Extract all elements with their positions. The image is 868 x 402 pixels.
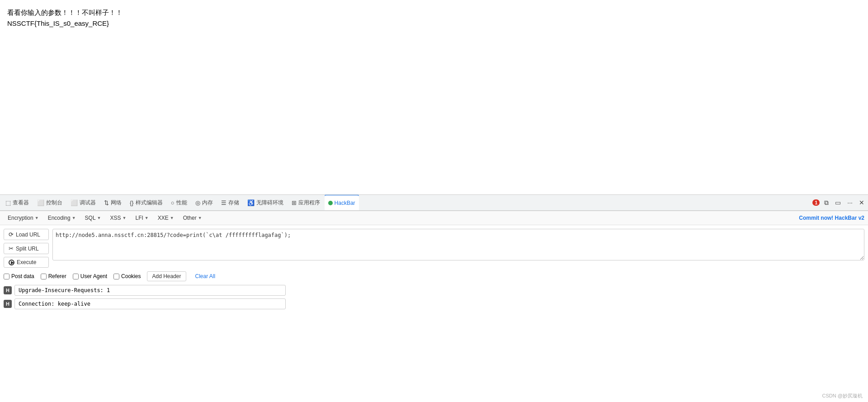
hackbar-checkboxes: Post data Referer User Agent Cookies Add…	[4, 271, 864, 281]
debugger-icon: ⬜	[71, 199, 78, 206]
copy-button[interactable]: ⧉	[822, 197, 830, 208]
encryption-label: Encryption	[8, 215, 33, 221]
tab-applications[interactable]: ⊞ 应用程序	[288, 194, 324, 211]
tab-applications-label: 应用程序	[298, 199, 320, 207]
xxe-arrow: ▼	[170, 216, 174, 220]
applications-icon: ⊞	[292, 199, 297, 206]
accessibility-icon: ♿	[247, 199, 255, 206]
encoding-label: Encoding	[48, 215, 71, 221]
tab-hackbar-label: HackBar	[335, 200, 355, 206]
hackbar-body: ⟳ Load URL ✂ Split URL Execute http://no…	[0, 225, 868, 271]
header-row-2: H	[4, 298, 864, 309]
encryption-menu[interactable]: Encryption ▼	[4, 213, 43, 223]
tab-inspector-label: 查看器	[13, 199, 29, 207]
console-icon: ⬜	[37, 199, 44, 206]
load-url-icon: ⟳	[9, 231, 14, 238]
header-badge-2: H	[4, 300, 12, 308]
header-input-2[interactable]	[14, 298, 286, 309]
tab-memory-label: 内存	[202, 199, 213, 207]
post-data-checkbox-label[interactable]: Post data	[4, 273, 34, 279]
tab-performance-label: 性能	[176, 199, 187, 207]
split-url-label: Split URL	[16, 246, 39, 252]
more-button[interactable]: ···	[845, 197, 854, 208]
cookies-label: Cookies	[121, 273, 141, 279]
url-input[interactable]: http://node5.anna.nssctf.cn:28815/?code=…	[52, 229, 864, 260]
tab-debugger-label: 调试器	[80, 199, 96, 207]
inspector-icon: ⬚	[5, 199, 11, 206]
tab-accessibility[interactable]: ♿ 无障碍环境	[244, 194, 287, 211]
tab-accessibility-label: 无障碍环境	[256, 199, 283, 207]
tab-storage[interactable]: ☰ 存储	[217, 194, 243, 211]
execute-label: Execute	[17, 259, 36, 265]
tab-memory[interactable]: ◎ 内存	[192, 194, 217, 211]
resize-button[interactable]: ▭	[833, 197, 843, 208]
performance-icon: ○	[171, 199, 175, 206]
tab-inspector[interactable]: ⬚ 查看器	[2, 194, 33, 211]
encoding-menu[interactable]: Encoding ▼	[44, 213, 80, 223]
tab-performance[interactable]: ○ 性能	[167, 194, 191, 211]
post-data-checkbox[interactable]	[4, 274, 9, 279]
style-editor-icon: {}	[130, 199, 134, 206]
memory-icon: ◎	[195, 199, 200, 206]
referer-label: Referer	[48, 273, 66, 279]
sql-label: SQL	[85, 215, 96, 221]
hackbar-post-area: Post data Referer User Agent Cookies Add…	[0, 271, 868, 316]
close-button[interactable]: ✕	[857, 197, 866, 208]
add-header-button[interactable]: Add Header	[147, 271, 186, 281]
xss-menu[interactable]: XSS ▼	[106, 213, 131, 223]
cookies-checkbox-label[interactable]: Cookies	[113, 273, 141, 279]
response-line1: 看看你输入的参数！！！不叫样子！！	[7, 7, 861, 18]
clear-all-button[interactable]: Clear All	[193, 272, 218, 281]
other-label: Other	[183, 215, 197, 221]
user-agent-checkbox-label[interactable]: User Agent	[73, 273, 107, 279]
sql-arrow: ▼	[97, 216, 101, 220]
load-url-label: Load URL	[16, 232, 40, 238]
header-input-1[interactable]	[14, 285, 286, 296]
xss-label: XSS	[110, 215, 121, 221]
execute-button[interactable]: Execute	[4, 257, 49, 268]
commit-label: Commit now! HackBar v2	[799, 215, 864, 221]
devtools-bar-right: 1 ⧉ ▭ ··· ✕	[812, 197, 866, 208]
execute-icon	[9, 260, 14, 265]
tab-debugger[interactable]: ⬜ 调试器	[67, 194, 99, 211]
tab-style-editor[interactable]: {} 样式编辑器	[126, 194, 166, 211]
header-badge-1: H	[4, 286, 12, 294]
hackbar-toolbar: Encryption ▼ Encoding ▼ SQL ▼ XSS ▼ LFI …	[0, 211, 868, 225]
tab-network-label: 网络	[111, 199, 122, 207]
load-url-button[interactable]: ⟳ Load URL	[4, 229, 49, 240]
tab-console[interactable]: ⬜ 控制台	[33, 194, 66, 211]
user-agent-label: User Agent	[80, 273, 107, 279]
xss-arrow: ▼	[123, 216, 127, 220]
sql-menu[interactable]: SQL ▼	[81, 213, 105, 223]
encoding-arrow: ▼	[72, 216, 76, 220]
tab-hackbar[interactable]: HackBar	[325, 194, 359, 211]
lfi-arrow: ▼	[145, 216, 149, 220]
hackbar-url-area: http://node5.anna.nssctf.cn:28815/?code=…	[52, 229, 864, 268]
main-content: 看看你输入的参数！！！不叫样子！！ NSSCTF{This_IS_s0_easy…	[0, 0, 868, 194]
error-badge: 1	[812, 199, 820, 206]
other-arrow: ▼	[198, 216, 202, 220]
tab-network[interactable]: ⇅ 网络	[100, 194, 125, 211]
hackbar-panel: Encryption ▼ Encoding ▼ SQL ▼ XSS ▼ LFI …	[0, 211, 868, 316]
network-icon: ⇅	[104, 199, 109, 206]
other-menu[interactable]: Other ▼	[179, 213, 206, 223]
split-url-button[interactable]: ✂ Split URL	[4, 243, 49, 254]
encryption-arrow: ▼	[35, 216, 39, 220]
tab-console-label: 控制台	[46, 199, 62, 207]
referer-checkbox-label[interactable]: Referer	[41, 273, 66, 279]
xxe-label: XXE	[158, 215, 169, 221]
post-data-label: Post data	[11, 273, 34, 279]
user-agent-checkbox[interactable]	[73, 274, 79, 279]
xxe-menu[interactable]: XXE ▼	[154, 213, 178, 223]
referer-checkbox[interactable]	[41, 274, 47, 279]
lfi-label: LFI	[135, 215, 143, 221]
split-url-icon: ✂	[9, 245, 14, 252]
response-line2: NSSCTF{This_IS_s0_easy_RCE}	[7, 18, 861, 29]
storage-icon: ☰	[221, 199, 226, 206]
header-row-1: H	[4, 285, 864, 296]
hackbar-dot	[328, 201, 333, 205]
cookies-checkbox[interactable]	[113, 274, 119, 279]
lfi-menu[interactable]: LFI ▼	[131, 213, 152, 223]
devtools-bar: ⬚ 查看器 ⬜ 控制台 ⬜ 调试器 ⇅ 网络 {} 样式编辑器 ○ 性能 ◎ 内…	[0, 194, 868, 211]
tab-storage-label: 存储	[228, 199, 239, 207]
